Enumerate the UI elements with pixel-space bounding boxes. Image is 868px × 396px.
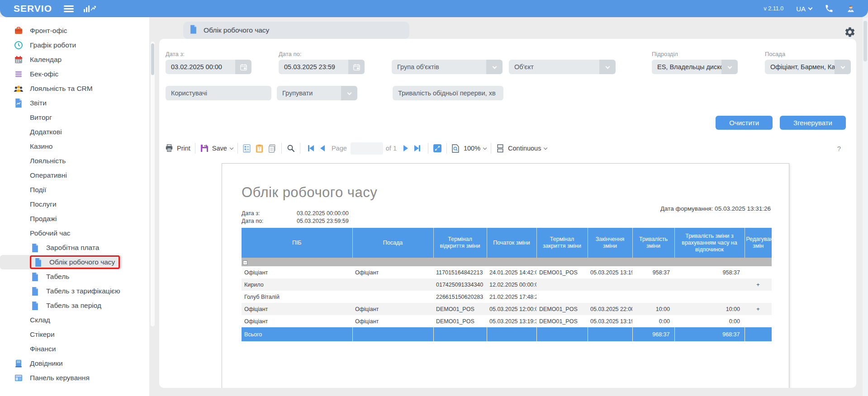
clear-button[interactable]: Очистити [716, 116, 773, 130]
chevron-down-icon [230, 146, 233, 149]
group-by-select[interactable]: Групувати [277, 86, 357, 100]
chevron-down-icon[interactable] [599, 60, 616, 74]
sidebar-item-стікери[interactable]: Стікери [0, 327, 149, 342]
fullscreen-button[interactable] [433, 144, 442, 153]
sidebar-item-табель-з-тарифікацією[interactable]: Табель з тарифікацією [0, 284, 149, 298]
table-header: ПІБПосадаТермінал відкриття зміниПочаток… [242, 228, 772, 258]
page-scrollbar[interactable] [863, 18, 868, 396]
sidebar-item-послуги[interactable]: Послуги [0, 197, 149, 212]
zoom-select[interactable]: 100% [451, 144, 486, 153]
sidebar-item-фінанси[interactable]: Фінанси [0, 342, 149, 356]
help-icon[interactable]: ? [837, 145, 841, 152]
backoffice-icon [14, 69, 24, 79]
object-group-select[interactable]: Група об'єктів [392, 60, 503, 74]
next-page-button[interactable] [403, 145, 408, 151]
table-cell: 958:37 [632, 266, 674, 278]
sidebar-scrollbar[interactable] [151, 42, 155, 326]
chevron-down-icon[interactable] [835, 60, 851, 74]
sidebar-item-бек-офіс[interactable]: Бек-офіс [0, 67, 149, 81]
table-cell [352, 327, 433, 341]
table-row: Голуб Віталій22661515062028321.02.2025 1… [242, 291, 772, 303]
sidebar-item-звіти[interactable]: Звіти [0, 96, 149, 110]
sidebar-item-виторг[interactable]: Виторг [0, 110, 149, 125]
object-select[interactable]: Об'єкт [509, 60, 616, 74]
gear-icon[interactable] [844, 26, 856, 38]
calendar-icon [14, 55, 24, 65]
table-group-row: – [242, 258, 772, 266]
table-cell: DEMO01_POS [536, 303, 588, 315]
sidebar-item-робочий-час[interactable]: Робочий час [0, 226, 149, 240]
sidebar-item-склад[interactable]: Склад [0, 313, 149, 327]
collapse-icon[interactable]: – [243, 260, 247, 265]
sidebar-item-лояльність-та-crm[interactable]: Лояльність та CRM [0, 81, 149, 96]
tab-oblik-robochogo-chasu[interactable]: Облік робочого часу [183, 22, 409, 39]
report-parameters-button[interactable] [242, 144, 251, 153]
sidebar-item-лояльність[interactable]: Лояльність [0, 154, 149, 168]
page-scrollbar-thumb[interactable] [863, 21, 867, 61]
parameters-doc-icon [242, 144, 251, 153]
chevron-down-icon[interactable] [486, 60, 503, 74]
save-button[interactable]: Save [200, 144, 233, 153]
users-input[interactable]: Користувачі [166, 86, 271, 100]
sidebar-item-довідники[interactable]: Довідники [0, 356, 149, 371]
sidebar-item-label: Продажі [30, 215, 57, 223]
view-mode-select[interactable]: Continuous [496, 144, 547, 153]
column-header: Термінал відкриття зміни [433, 228, 487, 258]
table-cell: 12.02.2025 00:00:00 [487, 278, 536, 291]
sidebar-item-label: Табель за період [46, 302, 101, 310]
sidebar-item-додаткові[interactable]: Додаткові [0, 125, 149, 139]
date-to-input[interactable]: 05.03.2025 23:59 [279, 60, 365, 74]
sidebar-scrollbar-thumb[interactable] [151, 43, 154, 75]
sidebar-item-панель-керування[interactable]: Панель керування [0, 371, 149, 385]
chart-icon[interactable] [84, 5, 96, 12]
language-selector[interactable]: UA [796, 5, 812, 13]
page-number-input[interactable] [351, 142, 383, 155]
position-select[interactable]: Офіціант, Бармен, Касир, Сі [765, 60, 851, 74]
copy-document-button[interactable] [268, 144, 277, 153]
sidebar-item-казино[interactable]: Казино [0, 139, 149, 154]
sidebar-item-label: Оперативні [30, 171, 67, 179]
sidebar-item-події[interactable]: Події [0, 183, 149, 197]
print-button[interactable]: Print [165, 144, 190, 153]
sidebar-item-фронт-офіс[interactable]: Фронт-офіс [0, 24, 149, 38]
user-avatar-icon[interactable] [846, 4, 855, 13]
sidebar-item-label: Облік робочого часу [49, 258, 115, 266]
clipboard-button[interactable]: ? [255, 144, 264, 153]
report-canvas: Облік робочого часу Дата формування: 05.… [159, 163, 856, 388]
report-generated-timestamp: Дата формування: 05.03.2025 13:31:26 [660, 205, 771, 212]
column-header: Тривалість зміни з врахуванням часу на в… [674, 228, 745, 258]
last-page-button[interactable] [414, 145, 420, 151]
report-title: Облік робочого часу [242, 184, 771, 201]
sidebar-item-label: Довідники [30, 359, 63, 368]
calendar-input-icon[interactable] [235, 60, 251, 74]
sidebar-item-графік-роботи[interactable]: Графік роботи [0, 38, 149, 52]
generate-button[interactable]: Згенерувати [780, 116, 846, 130]
calendar-input-icon[interactable] [348, 60, 365, 74]
position-label: Посада [765, 51, 851, 60]
table-cell: Офіціант [242, 315, 352, 327]
prev-page-button[interactable] [320, 145, 325, 151]
filters-panel: Дата з: 03.02.2025 00:00 Дата по: 05.03.… [159, 39, 856, 130]
sidebar-item-label: Стікери [30, 330, 55, 339]
date-from-input[interactable]: 03.02.2025 00:00 [166, 60, 251, 74]
sidebar-item-заробітна-плата[interactable]: Заробітна плата [0, 240, 149, 255]
chevron-down-icon[interactable] [721, 60, 738, 74]
sidebar-item-табель[interactable]: Табель [0, 269, 149, 284]
sidebar-item-label: Послуги [30, 200, 57, 208]
sidebar-item-облік-робочого-часу[interactable]: Облік робочого часу [0, 255, 122, 269]
phone-icon[interactable] [825, 4, 834, 13]
search-button[interactable] [286, 144, 295, 153]
sidebar-item-label: Графік роботи [30, 41, 76, 49]
first-page-button[interactable] [308, 145, 314, 151]
sidebar-item-календар[interactable]: Календар [0, 52, 149, 67]
lunch-break-input[interactable]: Тривалість обідньої перерви, хв [393, 86, 503, 100]
sidebar-item-label: Лояльність [30, 157, 66, 165]
sidebar-item-продажі[interactable]: Продажі [0, 212, 149, 226]
chevron-down-icon[interactable] [341, 86, 357, 100]
sidebar-item-оперативні[interactable]: Оперативні [0, 168, 149, 183]
sidebar-item-табель-за-період[interactable]: Табель за період [0, 298, 149, 313]
hamburger-menu-icon[interactable] [64, 4, 74, 14]
page-count-label: of 1 [386, 145, 397, 152]
department-select[interactable]: ES, Владельцы дисконтных [652, 60, 738, 74]
table-cell: + [745, 278, 772, 291]
